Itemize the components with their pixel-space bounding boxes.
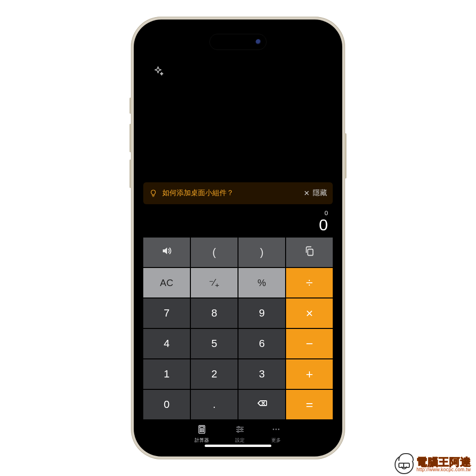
watermark-mascot-icon	[395, 455, 414, 474]
key-dot[interactable]: .	[191, 390, 238, 419]
sliders-icon	[235, 424, 245, 437]
key-7[interactable]: 7	[143, 298, 190, 328]
svg-point-14	[278, 429, 279, 430]
phone-volume-up	[129, 124, 131, 152]
svg-point-12	[273, 429, 274, 430]
svg-point-3	[200, 429, 201, 430]
close-icon: ✕	[304, 189, 310, 198]
copy-button[interactable]	[286, 238, 333, 267]
home-indicator[interactable]	[205, 445, 271, 447]
tip-close-label: 隱藏	[313, 188, 327, 198]
backspace-icon	[256, 397, 268, 412]
svg-point-6	[200, 431, 201, 432]
divide-button[interactable]: ÷	[286, 268, 333, 298]
tab-more[interactable]: 更多	[271, 424, 281, 444]
equals-button[interactable]: =	[286, 390, 333, 419]
svg-point-7	[201, 431, 202, 432]
tab-settings[interactable]: 設定	[235, 424, 245, 444]
tab-calculator[interactable]: 計算器	[195, 424, 209, 444]
svg-point-8	[203, 431, 204, 432]
phone-bezel: 如何添加桌面小組件？ ✕ 隱藏 0 0	[134, 20, 342, 456]
watermark: 電腦王阿達 http://www.kocpc.com.tw	[395, 455, 471, 474]
percent-button[interactable]: %	[238, 268, 285, 298]
tip-close-button[interactable]: ✕ 隱藏	[304, 188, 327, 198]
watermark-url: http://www.kocpc.com.tw	[416, 467, 471, 473]
keypad: ( ) AC −∕+ % ÷	[143, 238, 333, 419]
right-paren-button[interactable]: )	[238, 238, 285, 267]
sparkle-icon[interactable]	[152, 65, 164, 78]
minus-button[interactable]: −	[286, 329, 333, 358]
svg-point-13	[276, 429, 277, 430]
tip-text: 如何添加桌面小組件？	[162, 188, 304, 198]
watermark-title: 電腦王阿達	[416, 456, 471, 467]
key-5[interactable]: 5	[191, 329, 238, 358]
phone-volume-down	[129, 159, 131, 188]
key-9[interactable]: 9	[238, 298, 285, 328]
key-1[interactable]: 1	[143, 359, 190, 389]
more-icon	[271, 424, 281, 437]
copy-icon	[304, 245, 315, 259]
svg-point-10	[241, 428, 242, 430]
svg-point-5	[203, 429, 204, 430]
svg-point-4	[201, 429, 202, 430]
plus-button[interactable]: +	[286, 359, 333, 389]
phone-frame: 如何添加桌面小組件？ ✕ 隱藏 0 0	[131, 17, 345, 459]
tab-settings-label: 設定	[235, 437, 245, 444]
tab-more-label: 更多	[271, 437, 281, 444]
tip-banner[interactable]: 如何添加桌面小組件？ ✕ 隱藏	[143, 182, 333, 204]
svg-point-9	[238, 426, 239, 428]
multiply-button[interactable]: ×	[286, 298, 333, 328]
svg-rect-2	[200, 426, 204, 428]
delete-button[interactable]	[238, 390, 285, 419]
ac-button[interactable]: AC	[143, 268, 190, 298]
left-paren-button[interactable]: (	[191, 238, 238, 267]
key-3[interactable]: 3	[238, 359, 285, 389]
key-0[interactable]: 0	[143, 390, 190, 419]
lightbulb-icon	[149, 189, 158, 198]
key-8[interactable]: 8	[191, 298, 238, 328]
tab-calculator-label: 計算器	[195, 437, 209, 444]
display-secondary: 0	[139, 210, 328, 216]
key-6[interactable]: 6	[238, 329, 285, 358]
speaker-icon	[161, 245, 172, 259]
calc-display: 0 0	[139, 208, 337, 238]
dynamic-island	[209, 34, 267, 50]
screen: 如何添加桌面小組件？ ✕ 隱藏 0 0	[139, 25, 337, 451]
key-2[interactable]: 2	[191, 359, 238, 389]
sound-button[interactable]	[143, 238, 190, 267]
key-4[interactable]: 4	[143, 329, 190, 358]
phone-power-button	[345, 133, 347, 178]
phone-mute-switch	[129, 98, 131, 114]
svg-rect-0	[308, 249, 313, 256]
negate-button[interactable]: −∕+	[191, 268, 238, 298]
calculator-icon	[197, 424, 207, 437]
svg-point-11	[238, 431, 239, 432]
negate-label: −∕+	[209, 277, 219, 289]
display-primary: 0	[139, 216, 328, 234]
